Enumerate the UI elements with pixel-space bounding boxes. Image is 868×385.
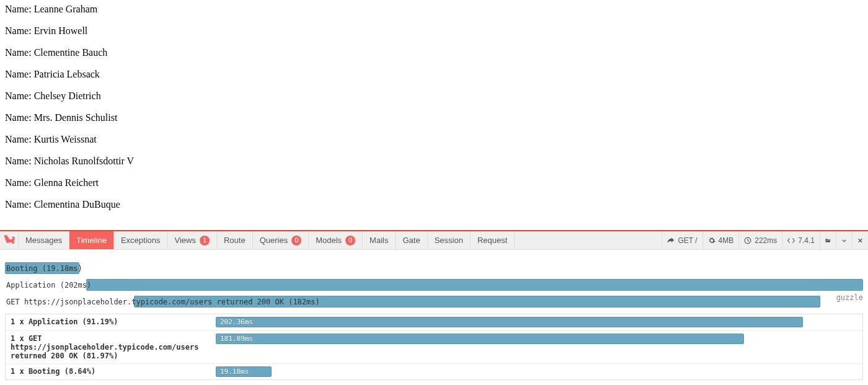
user-name: Patricia Lebsack	[34, 69, 100, 79]
name-prefix: Name:	[5, 69, 34, 79]
tab-models[interactable]: Models0	[309, 231, 363, 249]
timeline-label: GET https://jsonplaceholder.typicode.com…	[5, 298, 320, 306]
user-name: Glenna Reichert	[34, 177, 99, 188]
timeline-panel: Booting (19.18ms) Application (202ms) GE…	[0, 251, 868, 385]
page-content: Name: Leanne Graham Name: Ervin Howell N…	[0, 0, 868, 224]
name-prefix: Name:	[5, 47, 34, 58]
measure-label: 1 x GET https://jsonplaceholder.typicode…	[6, 331, 213, 363]
name-prefix: Name:	[5, 4, 34, 14]
timeline-row-booting: Booting (19.18ms)	[5, 260, 863, 277]
debugbar: Messages Timeline Exceptions Views1 Rout…	[0, 230, 868, 385]
user-row: Name: Ervin Howell	[5, 25, 863, 37]
debugbar-tabs: Messages Timeline Exceptions Views1 Rout…	[19, 231, 515, 249]
user-row: Name: Kurtis Weissnat	[5, 134, 863, 145]
name-prefix: Name:	[5, 177, 34, 188]
user-row: Name: Leanne Graham	[5, 4, 863, 15]
timeline-label: Application (202ms)	[5, 281, 91, 290]
tab-session[interactable]: Session	[428, 231, 471, 249]
measures-table: 1 x Application (91.19%) 202.36ms 1 x GE…	[5, 314, 863, 380]
user-name: Clementina DuBuque	[34, 199, 120, 210]
timeline-row-application: Application (202ms)	[5, 277, 863, 293]
user-row: Name: Nicholas Runolfsdottir V	[5, 156, 863, 167]
user-name: Leanne Graham	[34, 4, 98, 14]
measure-bar-cell: 181.89ms	[213, 331, 862, 363]
name-prefix: Name:	[5, 112, 34, 123]
folder-open-button[interactable]	[820, 231, 836, 249]
user-name: Chelsey Dietrich	[34, 91, 101, 101]
name-prefix: Name:	[5, 25, 34, 36]
laravel-logo-icon[interactable]	[0, 231, 19, 249]
tab-views[interactable]: Views1	[168, 231, 217, 249]
name-prefix: Name:	[5, 199, 34, 210]
request-indicator[interactable]: GET /	[662, 231, 702, 249]
views-count-badge: 1	[200, 236, 210, 246]
time-indicator[interactable]: 222ms	[738, 231, 782, 249]
debugbar-header: Messages Timeline Exceptions Views1 Rout…	[0, 231, 868, 250]
clock-icon	[744, 237, 751, 244]
tab-messages[interactable]: Messages	[19, 231, 69, 249]
user-row: Name: Clementine Bauch	[5, 47, 863, 58]
tab-mails[interactable]: Mails	[363, 231, 396, 249]
cogs-icon	[708, 237, 715, 244]
tab-gate[interactable]: Gate	[396, 231, 427, 249]
measure-bar: 202.36ms	[216, 317, 803, 327]
code-icon	[787, 237, 795, 244]
share-arrow-icon	[667, 237, 675, 244]
minimize-button[interactable]	[836, 231, 852, 249]
user-name: Mrs. Dennis Schulist	[34, 112, 118, 123]
user-name: Kurtis Weissnat	[34, 134, 97, 144]
name-prefix: Name:	[5, 156, 34, 166]
memory-indicator[interactable]: 4MB	[702, 231, 739, 249]
chevron-down-icon	[841, 237, 847, 244]
user-name: Nicholas Runolfsdottir V	[34, 156, 134, 166]
measure-bar: 19.18ms	[216, 366, 272, 377]
queries-count-badge: 0	[291, 236, 301, 246]
tab-queries[interactable]: Queries0	[253, 231, 309, 249]
measure-row-booting: 1 x Booting (8.64%) 19.18ms	[6, 363, 862, 379]
models-count-badge: 0	[345, 236, 355, 246]
timeline-bar-application	[86, 279, 863, 291]
tab-route[interactable]: Route	[217, 231, 253, 249]
php-version-indicator[interactable]: 7.4.1	[782, 231, 820, 249]
close-icon	[857, 237, 863, 244]
timeline-collector-tag: guzzle	[836, 293, 863, 302]
measure-bar: 181.89ms	[216, 334, 744, 344]
user-row: Name: Clementina DuBuque	[5, 199, 863, 210]
user-row: Name: Mrs. Dennis Schulist	[5, 112, 863, 123]
user-row: Name: Chelsey Dietrich	[5, 91, 863, 102]
measure-label: 1 x Application (91.19%)	[6, 314, 213, 330]
timeline-row-http-get: GET https://jsonplaceholder.typicode.com…	[5, 293, 863, 310]
tab-exceptions[interactable]: Exceptions	[114, 231, 168, 249]
user-row: Name: Glenna Reichert	[5, 177, 863, 188]
measure-bar-cell: 202.36ms	[213, 314, 862, 330]
measure-label: 1 x Booting (8.64%)	[6, 364, 213, 379]
measure-row-http-get: 1 x GET https://jsonplaceholder.typicode…	[6, 330, 862, 363]
debugbar-right: GET / 4MB 222ms 7.4.1	[662, 231, 868, 249]
timeline-label: Booting (19.18ms)	[5, 264, 82, 273]
name-prefix: Name:	[5, 134, 34, 144]
measure-bar-cell: 19.18ms	[213, 364, 862, 379]
close-button[interactable]	[852, 231, 868, 249]
folder-open-icon	[825, 237, 831, 244]
measure-row-application: 1 x Application (91.19%) 202.36ms	[6, 314, 862, 330]
tab-request[interactable]: Request	[471, 231, 515, 249]
user-name: Ervin Howell	[34, 25, 88, 36]
user-name: Clementine Bauch	[34, 47, 108, 58]
name-prefix: Name:	[5, 91, 34, 101]
user-row: Name: Patricia Lebsack	[5, 69, 863, 80]
tab-timeline[interactable]: Timeline	[69, 231, 114, 249]
